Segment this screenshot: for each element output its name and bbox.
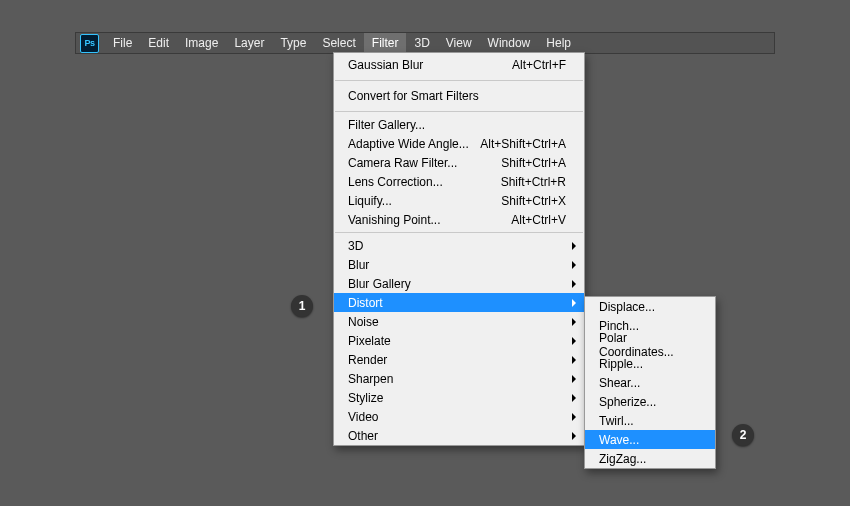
submenu-item-shear-[interactable]: Shear... xyxy=(585,373,715,392)
menu-item-pixelate[interactable]: Pixelate xyxy=(334,331,584,350)
menu-item[interactable]: Lens Correction...Shift+Ctrl+R xyxy=(334,172,584,191)
menu-item-label: Stylize xyxy=(348,391,566,405)
menu-item[interactable]: Camera Raw Filter...Shift+Ctrl+A xyxy=(334,153,584,172)
submenu-arrow-icon xyxy=(572,337,576,345)
menu-separator xyxy=(335,232,583,233)
menu-item-label: Convert for Smart Filters xyxy=(348,89,566,103)
menu-item-shortcut: Shift+Ctrl+X xyxy=(501,194,566,208)
menu-item-label: Video xyxy=(348,410,566,424)
submenu-arrow-icon xyxy=(572,413,576,421)
menu-item-stylize[interactable]: Stylize xyxy=(334,388,584,407)
menu-item-label: Noise xyxy=(348,315,566,329)
menu-layer[interactable]: Layer xyxy=(226,33,272,53)
annotation-callout-2: 2 xyxy=(732,424,754,446)
menu-item-label: Render xyxy=(348,353,566,367)
menu-item-label: Distort xyxy=(348,296,566,310)
menu-item-shortcut: Shift+Ctrl+A xyxy=(501,156,566,170)
menu-item-convert-smart[interactable]: Convert for Smart Filters xyxy=(334,84,584,108)
menu-item-blur-gallery[interactable]: Blur Gallery xyxy=(334,274,584,293)
menu-item-label: Filter Gallery... xyxy=(348,118,566,132)
menu-3d[interactable]: 3D xyxy=(406,33,437,53)
menu-item-label: Adaptive Wide Angle... xyxy=(348,137,480,151)
menu-item-label: Vanishing Point... xyxy=(348,213,511,227)
submenu-item-wave-[interactable]: Wave... xyxy=(585,430,715,449)
submenu-arrow-icon xyxy=(572,280,576,288)
submenu-item-displace-[interactable]: Displace... xyxy=(585,297,715,316)
menu-item-blur[interactable]: Blur xyxy=(334,255,584,274)
menu-bar: Ps FileEditImageLayerTypeSelectFilter3DV… xyxy=(75,32,775,54)
menu-item-shortcut: Alt+Shift+Ctrl+A xyxy=(480,137,566,151)
menu-item[interactable]: Liquify...Shift+Ctrl+X xyxy=(334,191,584,210)
menu-item-sharpen[interactable]: Sharpen xyxy=(334,369,584,388)
submenu-arrow-icon xyxy=(572,432,576,440)
menu-item-last-filter[interactable]: Gaussian Blur Alt+Ctrl+F xyxy=(334,53,584,77)
annotation-callout-1: 1 xyxy=(291,295,313,317)
menu-item-label: 3D xyxy=(348,239,566,253)
menu-separator xyxy=(335,111,583,112)
menu-item[interactable]: Filter Gallery... xyxy=(334,115,584,134)
menu-item-shortcut: Alt+Ctrl+F xyxy=(512,58,566,72)
submenu-arrow-icon xyxy=(572,375,576,383)
submenu-arrow-icon xyxy=(572,318,576,326)
submenu-item-spherize-[interactable]: Spherize... xyxy=(585,392,715,411)
app-logo-icon: Ps xyxy=(80,34,99,53)
menu-item[interactable]: Adaptive Wide Angle...Alt+Shift+Ctrl+A xyxy=(334,134,584,153)
submenu-item-twirl-[interactable]: Twirl... xyxy=(585,411,715,430)
menu-item-label: Gaussian Blur xyxy=(348,58,512,72)
menu-image[interactable]: Image xyxy=(177,33,226,53)
menu-item-distort[interactable]: Distort xyxy=(334,293,584,312)
submenu-item-zigzag-[interactable]: ZigZag... xyxy=(585,449,715,468)
menu-item-shortcut: Alt+Ctrl+V xyxy=(511,213,566,227)
submenu-item-polar-coordinates-[interactable]: Polar Coordinates... xyxy=(585,335,715,354)
menu-item-3d[interactable]: 3D xyxy=(334,236,584,255)
menu-item-shortcut: Shift+Ctrl+R xyxy=(501,175,566,189)
menu-item-label: Pixelate xyxy=(348,334,566,348)
menu-item-video[interactable]: Video xyxy=(334,407,584,426)
menu-item-label: Other xyxy=(348,429,566,443)
menu-window[interactable]: Window xyxy=(480,33,539,53)
menu-type[interactable]: Type xyxy=(272,33,314,53)
menu-item-label: Blur Gallery xyxy=(348,277,566,291)
menu-select[interactable]: Select xyxy=(314,33,363,53)
menu-item-label: Blur xyxy=(348,258,566,272)
menu-item[interactable]: Vanishing Point...Alt+Ctrl+V xyxy=(334,210,584,229)
menu-file[interactable]: File xyxy=(105,33,140,53)
submenu-arrow-icon xyxy=(572,242,576,250)
menu-item-label: Lens Correction... xyxy=(348,175,501,189)
distort-submenu: Displace...Pinch...Polar Coordinates...R… xyxy=(584,296,716,469)
menu-view[interactable]: View xyxy=(438,33,480,53)
menu-item-label: Liquify... xyxy=(348,194,501,208)
menu-item-other[interactable]: Other xyxy=(334,426,584,445)
submenu-arrow-icon xyxy=(572,261,576,269)
filter-menu-dropdown: Gaussian Blur Alt+Ctrl+F Convert for Sma… xyxy=(333,52,585,446)
menu-item-label: Sharpen xyxy=(348,372,566,386)
menu-filter[interactable]: Filter xyxy=(364,33,407,53)
menu-item-label: Camera Raw Filter... xyxy=(348,156,501,170)
submenu-arrow-icon xyxy=(572,394,576,402)
submenu-arrow-icon xyxy=(572,299,576,307)
submenu-arrow-icon xyxy=(572,356,576,364)
menu-help[interactable]: Help xyxy=(538,33,579,53)
menu-separator xyxy=(335,80,583,81)
menu-edit[interactable]: Edit xyxy=(140,33,177,53)
menu-item-render[interactable]: Render xyxy=(334,350,584,369)
menu-item-noise[interactable]: Noise xyxy=(334,312,584,331)
